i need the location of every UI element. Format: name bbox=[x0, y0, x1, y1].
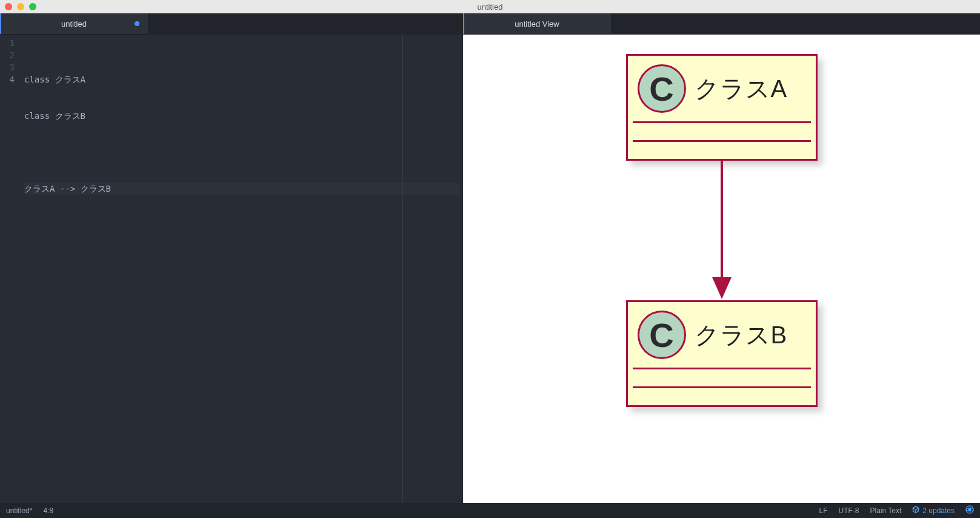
tab-label: untitled View bbox=[515, 19, 559, 29]
status-cursor-pos[interactable]: 4:8 bbox=[43, 506, 53, 515]
uml-class-header: C クラスB bbox=[628, 302, 816, 368]
line-number: 2 bbox=[0, 49, 21, 61]
preview-tabbar: untitled View bbox=[463, 13, 980, 35]
uml-class-a: C クラスA bbox=[626, 54, 818, 161]
zoom-window-button[interactable] bbox=[29, 3, 36, 10]
main-split: 1 2 3 4 class クラスA class クラスB クラスA --> ク… bbox=[0, 35, 980, 503]
tabbar-row: untitled untitled View bbox=[0, 13, 980, 35]
code-line: クラスA --> クラスB bbox=[24, 183, 459, 195]
code-area[interactable]: class クラスA class クラスB クラスA --> クラスB bbox=[21, 35, 463, 503]
svg-point-2 bbox=[968, 508, 971, 511]
line-number: 4 bbox=[0, 73, 21, 86]
code-line: class クラスB bbox=[24, 110, 459, 122]
editor-tabbar: untitled bbox=[0, 13, 463, 35]
close-window-button[interactable] bbox=[5, 3, 12, 10]
class-name: クラスB bbox=[695, 318, 788, 352]
status-app-icon[interactable] bbox=[965, 505, 974, 516]
line-number-gutter: 1 2 3 4 bbox=[0, 35, 21, 503]
tab-preview-untitled-view[interactable]: untitled View bbox=[463, 13, 611, 35]
editor-pane: 1 2 3 4 class クラスA class クラスB クラスA --> ク… bbox=[0, 35, 463, 503]
status-encoding[interactable]: UTF-8 bbox=[838, 506, 859, 515]
code-line bbox=[24, 146, 459, 158]
svg-marker-1 bbox=[712, 277, 732, 299]
line-number: 3 bbox=[0, 61, 21, 73]
arrow-icon bbox=[704, 161, 740, 300]
uml-class-header: C クラスA bbox=[628, 56, 816, 121]
traffic-lights bbox=[0, 3, 36, 10]
class-name: クラスA bbox=[695, 72, 788, 106]
minimize-window-button[interactable] bbox=[17, 3, 24, 10]
preview-pane: C クラスA C クラスB bbox=[463, 35, 980, 503]
status-updates-text: 2 updates bbox=[922, 506, 955, 515]
uml-class-b: C クラスB bbox=[626, 300, 818, 407]
window-titlebar: untitled bbox=[0, 0, 980, 13]
app-icon bbox=[965, 505, 974, 516]
uml-attributes-slot bbox=[628, 123, 816, 140]
uml-attributes-slot bbox=[628, 369, 816, 386]
uml-dependency-arrow bbox=[619, 161, 825, 300]
status-bar: untitled* 4:8 LF UTF-8 Plain Text 2 upda… bbox=[0, 503, 980, 518]
class-badge-icon: C bbox=[638, 311, 686, 359]
uml-methods-slot bbox=[628, 142, 816, 159]
status-file-name[interactable]: untitled* bbox=[6, 506, 32, 515]
window-title: untitled bbox=[0, 2, 980, 12]
uml-diagram: C クラスA C クラスB bbox=[619, 54, 825, 407]
class-badge-icon: C bbox=[638, 64, 686, 113]
uml-methods-slot bbox=[628, 388, 816, 405]
status-line-ending[interactable]: LF bbox=[819, 506, 827, 515]
package-updates-icon bbox=[912, 506, 919, 515]
tab-label: untitled bbox=[61, 19, 87, 29]
status-grammar[interactable]: Plain Text bbox=[870, 506, 901, 515]
code-line: class クラスA bbox=[24, 73, 459, 86]
wrap-guide bbox=[402, 35, 403, 503]
tab-editor-untitled[interactable]: untitled bbox=[0, 13, 148, 35]
status-updates[interactable]: 2 updates bbox=[912, 506, 955, 515]
unsaved-indicator-icon bbox=[135, 21, 139, 26]
line-number: 1 bbox=[0, 37, 21, 49]
